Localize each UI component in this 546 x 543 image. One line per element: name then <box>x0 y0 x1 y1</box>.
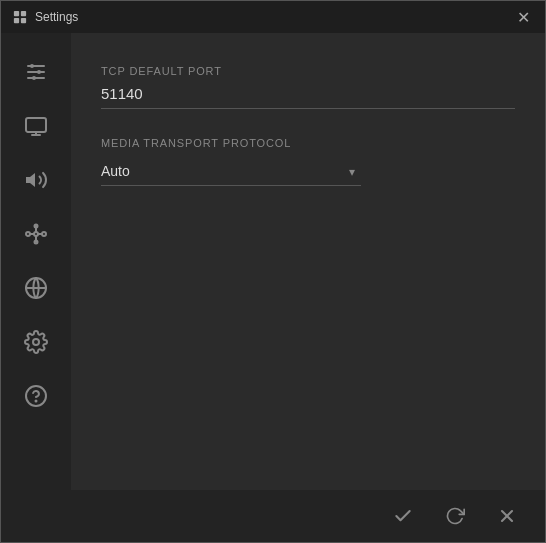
svg-rect-1 <box>21 11 26 16</box>
transport-protocol-group: MEDIA TRANSPORT PROTOCOL Auto TCP UDP ▾ <box>101 137 515 186</box>
title-close-button[interactable]: ✕ <box>509 5 537 29</box>
svg-point-9 <box>32 76 36 80</box>
svg-marker-13 <box>26 173 35 187</box>
svg-point-8 <box>37 70 41 74</box>
window-title: Settings <box>35 10 78 24</box>
sidebar-item-network[interactable] <box>13 211 59 257</box>
sidebar-item-gear[interactable] <box>13 319 59 365</box>
footer <box>1 490 545 542</box>
transport-label: MEDIA TRANSPORT PROTOCOL <box>101 137 515 149</box>
sidebar-item-globe[interactable] <box>13 265 59 311</box>
cancel-button[interactable] <box>489 498 525 534</box>
svg-rect-0 <box>14 11 19 16</box>
sidebar-item-help[interactable] <box>13 373 59 419</box>
svg-rect-10 <box>26 118 46 132</box>
main-panel: TCP DEFAULT PORT 51140 MEDIA TRANSPORT P… <box>71 33 545 490</box>
title-bar-left: Settings <box>13 10 78 24</box>
svg-rect-3 <box>21 18 26 23</box>
transport-dropdown-wrapper: Auto TCP UDP ▾ <box>101 157 361 186</box>
settings-window: Settings ✕ <box>0 0 546 543</box>
tcp-port-value: 51140 <box>101 85 515 109</box>
sidebar-item-audio[interactable] <box>13 157 59 203</box>
sidebar-item-display[interactable] <box>13 103 59 149</box>
content-area: TCP DEFAULT PORT 51140 MEDIA TRANSPORT P… <box>1 33 545 490</box>
tcp-port-group: TCP DEFAULT PORT 51140 <box>101 65 515 137</box>
sidebar <box>1 33 71 490</box>
transport-dropdown[interactable]: Auto TCP UDP <box>101 157 361 186</box>
tcp-port-label: TCP DEFAULT PORT <box>101 65 515 77</box>
sidebar-item-sliders[interactable] <box>13 49 59 95</box>
confirm-button[interactable] <box>385 498 421 534</box>
svg-point-7 <box>30 64 34 68</box>
svg-rect-2 <box>14 18 19 23</box>
title-bar: Settings ✕ <box>1 1 545 33</box>
svg-point-25 <box>33 339 39 345</box>
refresh-button[interactable] <box>437 498 473 534</box>
window-icon <box>13 10 27 24</box>
